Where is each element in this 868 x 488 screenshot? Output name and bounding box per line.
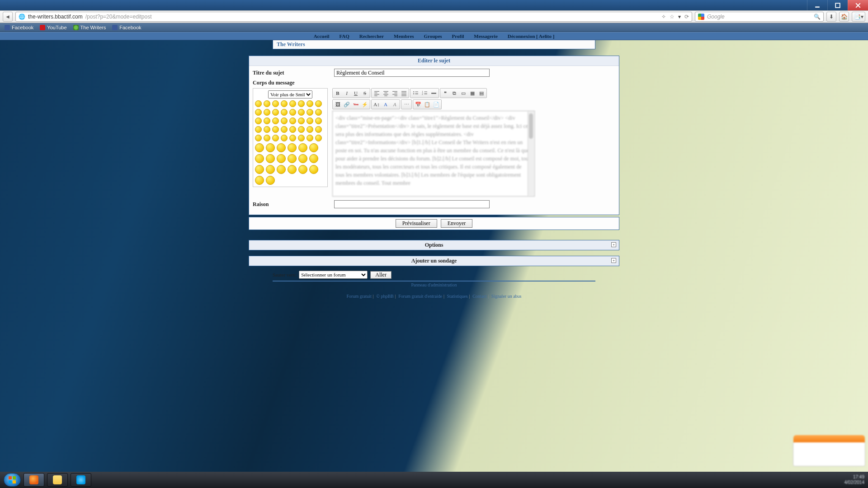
smiley-icon[interactable] <box>255 176 264 185</box>
strike-button[interactable]: S <box>360 89 369 97</box>
smiley-icon[interactable] <box>266 176 275 185</box>
align-center-button[interactable] <box>381 89 390 97</box>
submit-button[interactable]: Envoyer <box>441 219 473 228</box>
bookmark-youtube[interactable]: YouTube <box>40 25 66 30</box>
font-size-button[interactable]: A↕ <box>372 100 381 108</box>
back-button[interactable]: ◄ <box>3 12 13 22</box>
task-notes[interactable] <box>47 473 68 487</box>
code-button[interactable]: ⧉ <box>450 89 459 97</box>
system-tray[interactable]: 17:49 4/02/2014 <box>844 474 865 485</box>
footer-link[interactable]: Forum gratuit d'entraide <box>398 294 442 299</box>
image-button[interactable]: 🖼 <box>333 100 342 108</box>
flash-button[interactable]: ⚡ <box>360 100 369 108</box>
textarea-scrollbar[interactable] <box>528 112 534 196</box>
smiley-icon[interactable] <box>255 109 262 116</box>
smiley-icon[interactable] <box>281 126 288 133</box>
breadcrumb[interactable]: The Writers <box>273 40 595 49</box>
smiley-icon[interactable] <box>289 126 296 133</box>
smiley-icon[interactable] <box>264 135 270 141</box>
footer-link[interactable]: © phpBB <box>376 294 393 299</box>
admin-panel-link[interactable]: Panneau d'administration <box>0 282 868 287</box>
smiley-icon[interactable] <box>298 100 305 107</box>
smiley-icon[interactable] <box>255 117 262 124</box>
smiley-icon[interactable] <box>255 100 262 107</box>
smiley-icon[interactable] <box>309 154 318 163</box>
smiley-icon[interactable] <box>315 100 322 107</box>
nav-faq[interactable]: FAQ <box>339 33 349 39</box>
url-bar[interactable]: 🌐 the-writers.bbactif.com/post?p=20&mode… <box>15 12 692 22</box>
smiley-icon[interactable] <box>288 165 297 174</box>
more-smileys-select[interactable]: Voir plus de Smileys <box>268 90 312 99</box>
ul-button[interactable] <box>411 89 420 97</box>
smiley-icon[interactable] <box>277 165 286 174</box>
footer-link[interactable]: Forum gratuit <box>347 294 372 299</box>
nav-rechercher[interactable]: Rechercher <box>359 33 384 39</box>
smiley-icon[interactable] <box>277 154 286 163</box>
smiley-icon[interactable] <box>281 117 288 124</box>
youtube-button[interactable]: You <box>351 100 360 108</box>
close-button[interactable] <box>848 0 868 10</box>
minimize-button[interactable] <box>807 0 827 10</box>
start-button[interactable] <box>4 473 21 487</box>
reason-input[interactable] <box>334 200 490 208</box>
expand-icon[interactable]: + <box>611 242 616 247</box>
footer-link[interactable]: Signaler un abus <box>491 294 522 299</box>
align-left-button[interactable] <box>372 89 381 97</box>
smiley-icon[interactable] <box>315 126 322 133</box>
downloads-button[interactable]: ⬇ <box>826 12 836 22</box>
smiley-icon[interactable] <box>272 117 279 124</box>
jump-select[interactable]: Sélectionner un forum <box>299 271 368 279</box>
reload-button[interactable]: ⟳ <box>684 14 689 20</box>
smiley-icon[interactable] <box>255 135 262 141</box>
smiley-icon[interactable] <box>266 165 275 174</box>
bookmarks-menu-button[interactable]: 📑▾ <box>852 12 865 22</box>
smiley-icon[interactable] <box>309 143 318 152</box>
home-button[interactable]: 🏠 <box>839 12 849 22</box>
smiley-icon[interactable] <box>315 135 322 141</box>
align-justify-button[interactable] <box>399 89 408 97</box>
task-firefox[interactable] <box>24 473 44 487</box>
hide-button[interactable]: ▦ <box>468 89 477 97</box>
task-skype[interactable] <box>71 473 91 487</box>
nav-membres[interactable]: Membres <box>394 33 414 39</box>
footer-link[interactable]: Statistiques <box>447 294 468 299</box>
maximize-button[interactable] <box>827 0 848 10</box>
smiley-icon[interactable] <box>298 117 305 124</box>
smiley-icon[interactable] <box>298 154 307 163</box>
smiley-icon[interactable] <box>255 165 264 174</box>
notification-popup[interactable] <box>793 442 865 466</box>
hr-button[interactable] <box>429 89 438 97</box>
smiley-icon[interactable] <box>307 117 313 124</box>
smiley-icon[interactable] <box>289 109 296 116</box>
subject-input[interactable] <box>334 69 490 77</box>
smiley-icon[interactable] <box>307 135 313 141</box>
smiley-icon[interactable] <box>288 154 297 163</box>
more-button[interactable]: ⋯ <box>402 100 411 108</box>
preview-button[interactable]: Prévisualiser <box>396 219 437 228</box>
nav-groupes[interactable]: Groupes <box>424 33 442 39</box>
smiley-icon[interactable] <box>277 143 286 152</box>
smiley-icon[interactable] <box>281 100 288 107</box>
nav-accueil[interactable]: Accueil <box>314 33 330 39</box>
quote-button[interactable]: ❝ <box>441 89 450 97</box>
expand-icon[interactable]: + <box>611 258 616 263</box>
underline-button[interactable]: U <box>351 89 360 97</box>
spoiler-button[interactable]: ▭ <box>459 89 468 97</box>
smiley-icon[interactable] <box>272 109 279 116</box>
smiley-icon[interactable] <box>255 154 264 163</box>
smiley-icon[interactable] <box>298 126 305 133</box>
bookmark-star-icon[interactable]: ☆ <box>670 14 675 20</box>
smiley-icon[interactable] <box>264 117 270 124</box>
options-panel[interactable]: Options + <box>249 240 619 250</box>
link-button[interactable]: 🔗 <box>342 100 351 108</box>
smiley-icon[interactable] <box>289 135 296 141</box>
smiley-icon[interactable] <box>255 126 262 133</box>
smiley-icon[interactable] <box>272 135 279 141</box>
smiley-icon[interactable] <box>289 117 296 124</box>
smiley-icon[interactable] <box>264 109 270 116</box>
smiley-icon[interactable] <box>309 165 318 174</box>
message-textarea[interactable]: <div class="mise-en-page"><div class="ti… <box>332 111 535 197</box>
ol-button[interactable]: 12 <box>420 89 429 97</box>
smiley-icon[interactable] <box>255 143 264 152</box>
align-right-button[interactable] <box>390 89 399 97</box>
